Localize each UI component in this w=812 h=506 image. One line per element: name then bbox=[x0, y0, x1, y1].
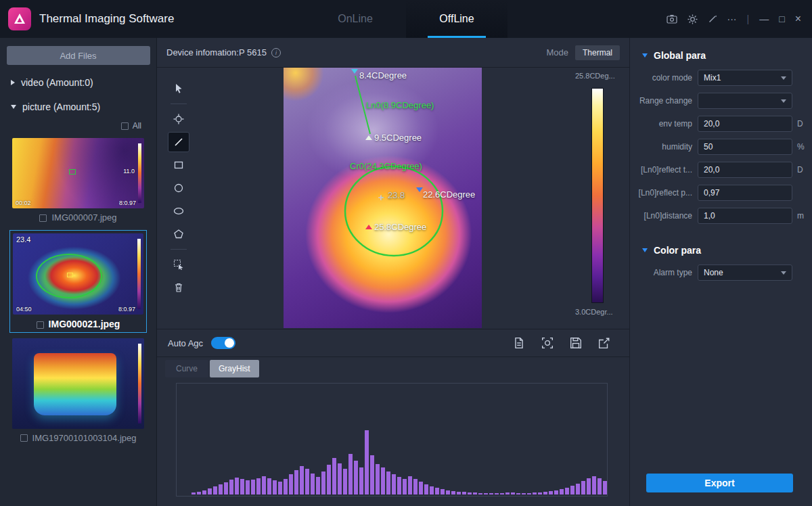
window-controls: ··· | — □ × bbox=[667, 14, 812, 24]
range-change-select[interactable] bbox=[698, 93, 792, 109]
agc-bar: Auto Agc bbox=[157, 329, 629, 357]
add-files-button[interactable]: Add Files bbox=[7, 46, 150, 65]
minimize-icon[interactable]: — bbox=[759, 14, 769, 24]
hist-bar bbox=[413, 479, 418, 495]
hist-bar bbox=[495, 493, 499, 495]
crosshair-tool[interactable] bbox=[168, 109, 189, 129]
hist-bar bbox=[321, 472, 325, 495]
hist-bar bbox=[597, 478, 602, 495]
thermal-image-canvas[interactable]: 8.4CDegree Ln0(8.9CDegree) 9.5CDegree Cr… bbox=[284, 68, 482, 328]
thumbnail-image-2[interactable]: 23.4 04:50 8:0.97 bbox=[13, 233, 143, 315]
env-temp-input[interactable] bbox=[698, 116, 792, 132]
chevron-down-icon bbox=[781, 99, 786, 103]
toolbar-divider bbox=[171, 249, 187, 250]
thumbnail-image-1[interactable]: 11.0 00:02 8:0.97 bbox=[12, 138, 144, 208]
thumbnail-card-1[interactable]: 11.0 00:02 8:0.97 IMG000007.jpeg bbox=[12, 138, 144, 223]
thumbnail-caption-1: IMG000007.jpeg bbox=[12, 212, 144, 223]
field-color-mode: color mode Mix1 bbox=[630, 66, 812, 89]
info-icon[interactable]: i bbox=[271, 48, 281, 58]
settings-gear-icon[interactable] bbox=[687, 14, 698, 24]
hist-bar bbox=[370, 455, 374, 495]
more-icon[interactable]: ··· bbox=[727, 14, 737, 24]
alarm-type-select[interactable]: None bbox=[698, 264, 792, 281]
close-icon[interactable]: × bbox=[795, 14, 801, 24]
pointer-select-tool[interactable] bbox=[168, 254, 189, 275]
maximize-icon[interactable]: □ bbox=[779, 14, 784, 24]
tree-item-picture[interactable]: picture (Amount:5) bbox=[0, 95, 156, 119]
mode-thermal-button[interactable]: Thermal bbox=[575, 45, 620, 60]
save-icon[interactable] bbox=[570, 337, 582, 349]
export-button[interactable]: Export bbox=[646, 474, 793, 492]
hist-bar bbox=[343, 469, 347, 495]
hist-bar bbox=[224, 482, 228, 495]
reflect-temp-input[interactable] bbox=[698, 162, 792, 178]
cursor-tool[interactable] bbox=[168, 78, 189, 99]
ellipse-tool[interactable] bbox=[168, 201, 189, 221]
range-change-label: Range change bbox=[633, 96, 698, 106]
thermal-object bbox=[34, 353, 116, 415]
select-all-checkbox[interactable] bbox=[121, 122, 129, 130]
distance-input[interactable] bbox=[698, 208, 792, 224]
hist-bar bbox=[311, 474, 315, 495]
grayhist-bars bbox=[176, 383, 608, 497]
tab-offline[interactable]: OffLine bbox=[406, 0, 508, 38]
tree-item-video[interactable]: video (Amount:0) bbox=[0, 70, 156, 95]
collapse-arrow-icon[interactable] bbox=[642, 248, 648, 252]
reflect-p-label: [Ln0]reflect p... bbox=[633, 188, 698, 198]
tab-online[interactable]: OnLine bbox=[304, 0, 406, 38]
hist-bar bbox=[581, 481, 585, 495]
thumb2-checkbox[interactable] bbox=[37, 321, 44, 329]
color-mode-label: color mode bbox=[633, 73, 698, 83]
hist-bar bbox=[570, 486, 574, 495]
thumbnail-card-2[interactable]: 23.4 04:50 8:0.97 IMG000021.jpeg bbox=[9, 230, 147, 333]
hist-bar bbox=[592, 476, 596, 495]
hist-bar bbox=[256, 478, 261, 495]
rect-tool[interactable] bbox=[168, 155, 189, 175]
tab-curve[interactable]: Curve bbox=[165, 360, 208, 377]
thumb1-checkbox[interactable] bbox=[39, 214, 47, 222]
screenshot-icon[interactable] bbox=[667, 14, 677, 24]
hist-bar bbox=[267, 478, 271, 495]
toolbar-divider bbox=[171, 104, 187, 104]
polygon-tool[interactable] bbox=[168, 224, 189, 244]
env-temp-label: env temp bbox=[633, 119, 698, 129]
reflect-p-input[interactable] bbox=[698, 185, 792, 201]
hist-bar bbox=[505, 492, 510, 495]
thumb3-checkbox[interactable] bbox=[20, 434, 28, 442]
hist-bar bbox=[229, 480, 233, 495]
circle-tool[interactable] bbox=[168, 178, 189, 198]
capture-icon[interactable] bbox=[541, 337, 554, 349]
hist-bar bbox=[468, 492, 472, 495]
line-tool[interactable] bbox=[168, 132, 189, 152]
hist-bar bbox=[289, 474, 293, 495]
humidity-input[interactable] bbox=[698, 139, 792, 155]
crosshair-marker-icon: + bbox=[378, 192, 384, 202]
select-all-row: All bbox=[0, 119, 156, 133]
hist-bar bbox=[538, 492, 542, 495]
thumb1-filename: IMG000007.jpeg bbox=[51, 212, 116, 223]
color-mode-select[interactable]: Mix1 bbox=[698, 70, 792, 86]
mode-group: Mode Thermal bbox=[546, 45, 620, 60]
hist-bar bbox=[603, 481, 607, 495]
thumb2-overlay-temp: 23.4 bbox=[16, 235, 30, 244]
thumbnail-image-3[interactable] bbox=[12, 338, 144, 429]
thumb1-colorbar bbox=[138, 143, 141, 203]
collapse-arrow-icon[interactable] bbox=[642, 53, 648, 58]
hist-bar bbox=[316, 477, 320, 495]
hist-bar bbox=[554, 490, 558, 495]
tab-grayhist[interactable]: GrayHist bbox=[210, 360, 259, 377]
field-env-temp: env temp D bbox=[630, 112, 812, 135]
chevron-down-icon bbox=[781, 271, 786, 275]
device-info-bar: Device infomation:P 5615 i Mode Thermal bbox=[157, 38, 629, 68]
auto-agc-toggle[interactable] bbox=[211, 337, 235, 349]
marker-triangle-down-icon bbox=[416, 187, 423, 192]
hist-bar bbox=[533, 492, 537, 495]
hist-bar bbox=[191, 492, 196, 495]
export-image-icon[interactable] bbox=[598, 337, 610, 349]
thumbnail-card-3[interactable]: IMG19700101003104.jpeg bbox=[12, 338, 144, 444]
report-icon[interactable] bbox=[513, 337, 525, 349]
theme-pen-icon[interactable] bbox=[708, 14, 717, 24]
hist-bar bbox=[376, 464, 380, 495]
app-window: Thermal Imaging Software OnLine OffLine … bbox=[0, 0, 812, 506]
delete-tool[interactable] bbox=[168, 277, 189, 298]
